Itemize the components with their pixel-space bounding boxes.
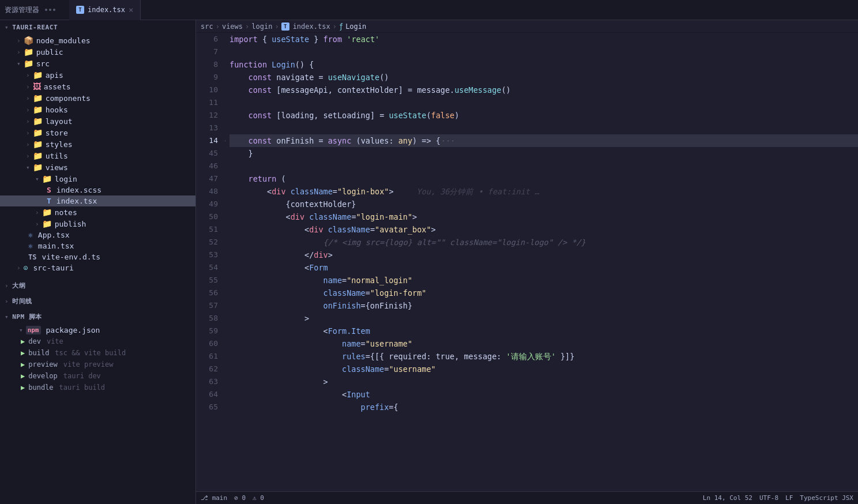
tok-useState12: useState (389, 109, 426, 122)
tok-indent10 (229, 84, 249, 96)
sidebar-item-login[interactable]: ▾ 📁 login (0, 173, 195, 185)
utils-label: utils (46, 152, 68, 160)
breadcrumb-login[interactable]: login (251, 22, 272, 31)
ln-48: 48 (196, 185, 218, 198)
tok-loginmain: "login-main" (356, 210, 413, 223)
sidebar-item-store[interactable]: › 📁 store (0, 127, 195, 138)
sidebar-item-index-tsx[interactable]: T index.tsx (0, 195, 195, 206)
explorer-label: 资源管理器 (5, 5, 55, 15)
tok-gt53: > (328, 249, 333, 261)
code-line-59: < Form.Item (229, 325, 858, 337)
ln-9: 9 (196, 71, 218, 84)
tok-contextholder: contextHolder (291, 198, 352, 210)
public-label: public (36, 48, 63, 57)
tok-sp51 (323, 223, 328, 236)
sidebar-item-index-scss[interactable]: S index.scss (0, 185, 195, 195)
tok-indent64 (229, 388, 342, 401)
tok-indent62 (229, 363, 342, 375)
sidebar-item-node-modules[interactable]: › 📦 node_modules (0, 35, 195, 46)
tok-async: async (328, 134, 352, 147)
npm-scripts-header[interactable]: ▾ NPM 脚本 (0, 309, 195, 325)
sidebar-item-vite-env[interactable]: TS vite-env.d.ts (0, 251, 195, 262)
tok-indent47 (229, 172, 249, 185)
tok-eq60: = (361, 337, 366, 350)
sidebar-item-styles[interactable]: › 📁 styles (0, 138, 195, 150)
ln-65: 65 (196, 401, 218, 413)
sidebar-item-package-json[interactable]: ▾ npm package.json (0, 325, 195, 336)
breadcrumb-src[interactable]: src (201, 22, 213, 31)
tok-false: false (431, 109, 455, 122)
tok-const12: const (249, 109, 272, 122)
npm-script-dev[interactable]: ▶ dev vite (0, 336, 195, 347)
sidebar-item-apis[interactable]: › 📁 apis (0, 69, 195, 81)
script-icon-develop: ▶ (21, 372, 25, 380)
status-eol: LF (785, 494, 793, 502)
title-dots[interactable] (45, 9, 55, 11)
sidebar-item-main-tsx[interactable]: ⚛ main.tsx (0, 240, 195, 251)
folder-icon-src: 📁 (24, 59, 33, 68)
tok-sp1 (267, 58, 272, 71)
status-errors: ⊘ 0 (234, 494, 246, 502)
login-label: login (55, 175, 77, 183)
tok-brace2: } (309, 33, 323, 46)
sidebar-item-utils[interactable]: › 📁 utils (0, 150, 195, 161)
npm-script-build[interactable]: ▶ build tsc && vite build (0, 347, 195, 359)
src-label: src (36, 59, 50, 68)
sidebar-item-src[interactable]: ▾ 📁 src (0, 58, 195, 69)
tok-eq14: = (314, 134, 328, 147)
tok-function: function (229, 58, 267, 71)
sidebar-item-public[interactable]: › 📁 public (0, 46, 195, 58)
npm-script-bundle[interactable]: ▶ bundle tauri build (0, 382, 195, 393)
tok-react: 'react' (347, 33, 379, 46)
sidebar-item-hooks[interactable]: › 📁 hooks (0, 104, 195, 115)
npm-script-preview[interactable]: ▶ preview vite preview (0, 359, 195, 370)
tok-indent60 (229, 337, 342, 350)
tok-any: any (398, 134, 412, 147)
script-build-cmd: tsc && vite build (55, 349, 126, 357)
code-content[interactable]: import { useState } from 'react' functio… (225, 33, 858, 491)
ln-10: 10 (196, 84, 218, 96)
tok-from: from (323, 33, 343, 46)
breadcrumb-file[interactable]: index.tsx (293, 22, 330, 31)
code-line-45: } (229, 147, 858, 160)
code-line-52: {/* <img src={logo} alt="" className="lo… (229, 236, 858, 249)
sidebar-item-publish[interactable]: › 📁 publish (0, 218, 195, 230)
tok-indent51 (229, 223, 304, 236)
index-tsx-label: index.tsx (57, 197, 97, 205)
sidebar-item-layout[interactable]: › 📁 layout (0, 115, 195, 127)
tab-index-tsx[interactable]: T index.tsx × (69, 0, 141, 20)
timeline-header[interactable]: › 时间线 (0, 294, 195, 309)
code-line-48: < div className = "login-box" > You, 36分… (229, 185, 858, 198)
tok-eq50: = (351, 210, 356, 223)
folder-icon-layout: 📁 (33, 116, 43, 126)
sidebar-project-header[interactable]: ▾ TAURI-REACT (0, 20, 195, 35)
notes-label: notes (55, 208, 77, 217)
outline-header[interactable]: › 大纲 (0, 278, 195, 294)
npm-script-develop[interactable]: ▶ develop tauri dev (0, 370, 195, 382)
sidebar-item-app-tsx[interactable]: ⚛ App.tsx (0, 230, 195, 240)
script-develop-cmd: tauri dev (63, 372, 101, 380)
tok-indent52 (229, 236, 323, 249)
sidebar-item-components[interactable]: › 📁 components (0, 92, 195, 104)
code-editor[interactable]: 6 7 8 9 10 11 12 13 14 45 46 47 48 49 50… (196, 33, 858, 491)
tok-parens: () { (295, 58, 314, 71)
sidebar-item-src-tauri[interactable]: › ⊙ src-tauri (0, 262, 195, 273)
outline-chevron: › (5, 282, 9, 289)
sidebar-item-notes[interactable]: › 📁 notes (0, 206, 195, 218)
layout-label: layout (46, 117, 73, 126)
folder-icon-apis: 📁 (33, 70, 43, 80)
ln-13: 13 (196, 122, 218, 134)
tab-close-icon[interactable]: × (129, 5, 133, 14)
tok-rb10: ] = (398, 84, 417, 96)
sidebar-item-views[interactable]: ▾ 📁 views (0, 161, 195, 173)
tok-lt53: </ (304, 249, 314, 261)
tok-msg61: '请输入账号' (506, 350, 556, 363)
tok-const10: const (249, 84, 272, 96)
code-line-51: < div className = "avatar_box" > (229, 223, 858, 236)
tok-messageApi: messageApi (281, 84, 328, 96)
breadcrumb-views[interactable]: views (222, 22, 243, 31)
tok-const9: const (249, 71, 272, 84)
sidebar-item-assets[interactable]: › 🖼 assets (0, 81, 195, 92)
code-line-58: > (229, 312, 858, 325)
tok-lb49: { (286, 198, 291, 210)
